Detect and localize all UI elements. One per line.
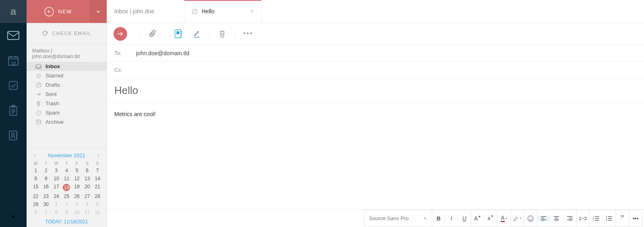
mini-calendar: ‹ November 2021 › MTWTFSS123456789101112… bbox=[27, 148, 107, 227]
cal-day[interactable]: 11 bbox=[62, 175, 72, 183]
cal-day[interactable]: 9 bbox=[62, 208, 72, 217]
cal-day[interactable]: 18 bbox=[62, 183, 72, 192]
align-center-button[interactable] bbox=[550, 216, 563, 221]
cal-day[interactable]: 4 bbox=[82, 200, 93, 208]
cal-day[interactable]: 9 bbox=[41, 175, 52, 183]
cal-day[interactable]: 12 bbox=[72, 175, 82, 183]
cal-day[interactable]: 25 bbox=[62, 192, 72, 200]
cal-day[interactable]: 12 bbox=[92, 208, 103, 217]
new-button-label: NEW bbox=[58, 8, 72, 15]
folder-drafts[interactable]: Drafts bbox=[27, 80, 107, 90]
format-toolbar: Source Sans Pro ▼ B I U A▲ A▼ A▾ ▾ bbox=[107, 209, 644, 227]
cal-day[interactable]: 29 bbox=[31, 200, 41, 208]
subject-row[interactable]: Hello bbox=[107, 79, 644, 103]
folder-spam[interactable]: Spam bbox=[27, 108, 107, 117]
cal-day[interactable]: 13 bbox=[82, 175, 93, 183]
underline-button[interactable]: U bbox=[458, 215, 471, 222]
cal-day[interactable]: 28 bbox=[92, 192, 103, 200]
compose-more-button[interactable]: ••• bbox=[243, 29, 253, 38]
cal-day[interactable]: 11 bbox=[82, 208, 93, 217]
emoji-button[interactable] bbox=[524, 215, 537, 222]
folder-sent[interactable]: Sent bbox=[27, 90, 107, 99]
cal-day[interactable]: 5 bbox=[92, 200, 103, 208]
folder-trash[interactable]: Trash bbox=[27, 99, 107, 108]
cal-day[interactable]: 6 bbox=[31, 208, 41, 217]
ordered-list-button[interactable]: 123 bbox=[590, 216, 603, 221]
cal-day[interactable]: 22 bbox=[31, 192, 41, 200]
cal-today-link[interactable]: TODAY: 11/18/2021 bbox=[31, 217, 103, 225]
cal-day[interactable]: 2 bbox=[62, 200, 72, 208]
rail-calendar[interactable]: 18 bbox=[0, 48, 27, 73]
blockquote-button[interactable]: ” bbox=[616, 214, 629, 223]
discard-button[interactable] bbox=[218, 29, 227, 38]
cal-day[interactable]: 2 bbox=[41, 167, 52, 175]
address-book-button[interactable] bbox=[174, 29, 183, 38]
attach-button[interactable] bbox=[149, 29, 157, 38]
cal-day[interactable]: 3 bbox=[51, 167, 62, 175]
cal-day[interactable]: 15 bbox=[31, 183, 41, 192]
tab-inbox[interactable]: Inbox | john.doe bbox=[107, 0, 184, 23]
svg-rect-13 bbox=[176, 31, 179, 34]
font-family-select[interactable]: Source Sans Pro ▼ bbox=[364, 210, 432, 227]
cal-day[interactable]: 21 bbox=[92, 183, 103, 192]
svg-point-22 bbox=[606, 220, 607, 221]
cal-day[interactable]: 16 bbox=[41, 183, 52, 192]
tab-compose[interactable]: Hello × bbox=[184, 0, 262, 23]
cal-prev-month[interactable]: ‹ bbox=[32, 152, 37, 158]
format-more-button[interactable]: ••• bbox=[629, 215, 642, 222]
new-dropdown[interactable] bbox=[90, 0, 107, 23]
font-decrease-button[interactable]: A▼ bbox=[484, 216, 497, 221]
signature-button[interactable] bbox=[192, 29, 201, 38]
rail-mail[interactable] bbox=[0, 23, 27, 48]
font-color-button[interactable]: A▾ bbox=[497, 215, 510, 222]
app-logo[interactable]: a bbox=[0, 0, 27, 23]
cal-day[interactable]: 7 bbox=[92, 167, 103, 175]
cc-row[interactable]: Cc: bbox=[107, 62, 644, 79]
cal-day[interactable]: 4 bbox=[62, 167, 72, 175]
compose-body[interactable]: Metrics are cool! bbox=[107, 103, 644, 209]
cal-day[interactable]: 23 bbox=[41, 192, 52, 200]
folder-inbox[interactable]: Inbox bbox=[27, 62, 107, 71]
new-button[interactable]: + NEW bbox=[27, 0, 90, 23]
cal-day[interactable]: 19 bbox=[72, 183, 82, 192]
rail-notes[interactable] bbox=[0, 98, 27, 123]
cal-day[interactable]: 1 bbox=[31, 167, 41, 175]
rail-settings[interactable] bbox=[0, 206, 27, 227]
unordered-list-button[interactable] bbox=[603, 216, 615, 221]
font-increase-button[interactable]: A▲ bbox=[471, 215, 484, 222]
cal-day[interactable]: 30 bbox=[41, 200, 52, 208]
align-left-button[interactable] bbox=[537, 216, 550, 221]
cal-day[interactable]: 5 bbox=[72, 167, 82, 175]
cal-day[interactable]: 14 bbox=[92, 175, 103, 183]
cal-day[interactable]: 26 bbox=[72, 192, 82, 200]
check-email-button[interactable]: CHECK EMAIL bbox=[27, 23, 107, 44]
cal-day[interactable]: 6 bbox=[82, 167, 93, 175]
cal-month-label[interactable]: November 2021 bbox=[48, 152, 85, 158]
insert-link-button[interactable] bbox=[576, 216, 589, 221]
cal-next-month[interactable]: › bbox=[96, 152, 101, 158]
rail-tasks[interactable] bbox=[0, 73, 27, 98]
folder-starred[interactable]: Starred bbox=[27, 71, 107, 80]
cal-day[interactable]: 17 bbox=[51, 183, 62, 192]
link-icon bbox=[579, 216, 586, 221]
to-row[interactable]: To: john.doe@domain.tld bbox=[107, 45, 644, 62]
send-button[interactable] bbox=[114, 27, 127, 41]
highlight-color-button[interactable]: ▾ bbox=[511, 215, 524, 222]
cal-day[interactable]: 3 bbox=[72, 200, 82, 208]
cal-day[interactable]: 24 bbox=[51, 192, 62, 200]
folder-archive[interactable]: Archive bbox=[27, 117, 107, 127]
italic-button[interactable]: I bbox=[445, 215, 458, 222]
cal-day[interactable]: 20 bbox=[82, 183, 93, 192]
cal-day[interactable]: 10 bbox=[72, 208, 82, 217]
align-right-button[interactable] bbox=[563, 216, 576, 221]
cal-day[interactable]: 7 bbox=[41, 208, 52, 217]
rail-contacts[interactable] bbox=[0, 123, 27, 148]
cal-day[interactable]: 10 bbox=[51, 175, 62, 183]
tab-close-button[interactable]: × bbox=[250, 8, 254, 15]
cal-day[interactable]: 8 bbox=[51, 208, 62, 217]
cal-day[interactable]: 8 bbox=[31, 175, 41, 183]
check-square-icon bbox=[8, 81, 18, 90]
cal-day[interactable]: 27 bbox=[82, 192, 93, 200]
bold-button[interactable]: B bbox=[432, 215, 445, 222]
cal-day[interactable]: 1 bbox=[51, 200, 62, 208]
